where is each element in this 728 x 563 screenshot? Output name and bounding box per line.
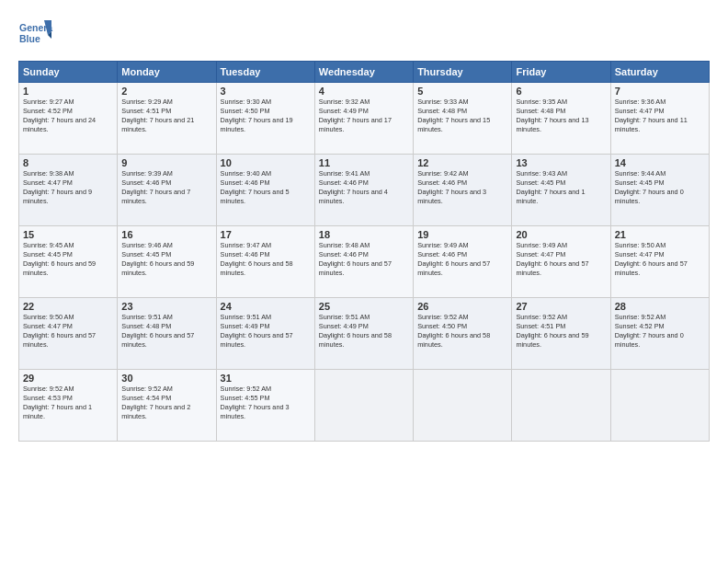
- cell-info: Sunrise: 9:51 AMSunset: 4:49 PMDaylight:…: [221, 313, 293, 349]
- calendar-cell: 8 Sunrise: 9:38 AMSunset: 4:47 PMDayligh…: [19, 155, 118, 226]
- cell-info: Sunrise: 9:50 AMSunset: 4:47 PMDaylight:…: [615, 241, 688, 277]
- cell-info: Sunrise: 9:27 AMSunset: 4:52 PMDaylight:…: [23, 98, 96, 133]
- cell-info: Sunrise: 9:38 AMSunset: 4:47 PMDaylight:…: [23, 169, 92, 205]
- day-number: 5: [417, 86, 507, 97]
- calendar-cell: 5 Sunrise: 9:33 AMSunset: 4:48 PMDayligh…: [414, 83, 512, 155]
- header-cell-tuesday: Tuesday: [216, 62, 314, 83]
- calendar-cell: [314, 370, 413, 442]
- day-number: 26: [417, 301, 507, 312]
- week-row-1: 1 Sunrise: 9:27 AMSunset: 4:52 PMDayligh…: [19, 83, 710, 155]
- calendar-cell: 1 Sunrise: 9:27 AMSunset: 4:52 PMDayligh…: [19, 83, 118, 155]
- svg-text:Blue: Blue: [19, 33, 40, 44]
- header-cell-monday: Monday: [118, 62, 216, 83]
- calendar-cell: 27 Sunrise: 9:52 AMSunset: 4:51 PMDaylig…: [512, 298, 610, 370]
- calendar-cell: [610, 370, 709, 442]
- day-number: 9: [121, 157, 211, 168]
- calendar-cell: 15 Sunrise: 9:45 AMSunset: 4:45 PMDaylig…: [19, 226, 118, 298]
- cell-info: Sunrise: 9:30 AMSunset: 4:50 PMDaylight:…: [221, 98, 293, 133]
- cell-info: Sunrise: 9:39 AMSunset: 4:46 PMDaylight:…: [121, 169, 190, 205]
- day-number: 19: [417, 229, 507, 240]
- calendar-cell: 11 Sunrise: 9:41 AMSunset: 4:46 PMDaylig…: [314, 155, 413, 226]
- cell-info: Sunrise: 9:47 AMSunset: 4:46 PMDaylight:…: [221, 241, 293, 277]
- cell-info: Sunrise: 9:35 AMSunset: 4:48 PMDaylight:…: [516, 98, 588, 133]
- calendar-cell: 19 Sunrise: 9:49 AMSunset: 4:46 PMDaylig…: [414, 226, 512, 298]
- header-cell-sunday: Sunday: [19, 62, 118, 83]
- day-number: 21: [615, 229, 705, 240]
- day-number: 17: [221, 229, 311, 240]
- calendar-cell: 17 Sunrise: 9:47 AMSunset: 4:46 PMDaylig…: [216, 226, 314, 298]
- cell-info: Sunrise: 9:52 AMSunset: 4:55 PMDaylight:…: [221, 385, 290, 420]
- day-number: 28: [615, 301, 705, 312]
- cell-info: Sunrise: 9:52 AMSunset: 4:51 PMDaylight:…: [516, 313, 588, 349]
- calendar-cell: 2 Sunrise: 9:29 AMSunset: 4:51 PMDayligh…: [118, 83, 216, 155]
- day-number: 25: [319, 301, 409, 312]
- calendar-cell: 10 Sunrise: 9:40 AMSunset: 4:46 PMDaylig…: [216, 155, 314, 226]
- cell-info: Sunrise: 9:29 AMSunset: 4:51 PMDaylight:…: [121, 98, 194, 133]
- calendar-table: SundayMondayTuesdayWednesdayThursdayFrid…: [18, 61, 710, 442]
- calendar-cell: 23 Sunrise: 9:51 AMSunset: 4:48 PMDaylig…: [118, 298, 216, 370]
- cell-info: Sunrise: 9:48 AMSunset: 4:46 PMDaylight:…: [319, 241, 392, 277]
- cell-info: Sunrise: 9:46 AMSunset: 4:45 PMDaylight:…: [121, 241, 194, 277]
- day-number: 31: [221, 373, 311, 384]
- day-number: 14: [615, 157, 705, 168]
- cell-info: Sunrise: 9:51 AMSunset: 4:49 PMDaylight:…: [319, 313, 392, 349]
- day-number: 23: [121, 301, 211, 312]
- day-number: 3: [221, 86, 311, 97]
- calendar-cell: 4 Sunrise: 9:32 AMSunset: 4:49 PMDayligh…: [314, 83, 413, 155]
- calendar-cell: [512, 370, 610, 442]
- day-number: 1: [23, 86, 113, 97]
- header-cell-thursday: Thursday: [414, 62, 512, 83]
- day-number: 30: [121, 373, 211, 384]
- calendar-cell: 7 Sunrise: 9:36 AMSunset: 4:47 PMDayligh…: [610, 83, 709, 155]
- week-row-2: 8 Sunrise: 9:38 AMSunset: 4:47 PMDayligh…: [19, 155, 710, 226]
- day-number: 11: [319, 157, 409, 168]
- calendar-cell: 26 Sunrise: 9:52 AMSunset: 4:50 PMDaylig…: [414, 298, 512, 370]
- calendar-cell: 6 Sunrise: 9:35 AMSunset: 4:48 PMDayligh…: [512, 83, 610, 155]
- cell-info: Sunrise: 9:44 AMSunset: 4:45 PMDaylight:…: [615, 169, 684, 205]
- cell-info: Sunrise: 9:52 AMSunset: 4:52 PMDaylight:…: [615, 313, 684, 349]
- cell-info: Sunrise: 9:49 AMSunset: 4:46 PMDaylight:…: [417, 241, 490, 277]
- calendar-cell: [414, 370, 512, 442]
- header-cell-wednesday: Wednesday: [314, 62, 413, 83]
- logo-svg: General Blue: [18, 17, 53, 52]
- day-number: 6: [516, 86, 606, 97]
- cell-info: Sunrise: 9:51 AMSunset: 4:48 PMDaylight:…: [121, 313, 194, 349]
- calendar-cell: 3 Sunrise: 9:30 AMSunset: 4:50 PMDayligh…: [216, 83, 314, 155]
- logo: General Blue: [18, 17, 53, 52]
- header-cell-friday: Friday: [512, 62, 610, 83]
- cell-info: Sunrise: 9:32 AMSunset: 4:49 PMDaylight:…: [319, 98, 392, 133]
- calendar-header-row: SundayMondayTuesdayWednesdayThursdayFrid…: [19, 62, 710, 83]
- day-number: 4: [319, 86, 409, 97]
- calendar-cell: 16 Sunrise: 9:46 AMSunset: 4:45 PMDaylig…: [118, 226, 216, 298]
- cell-info: Sunrise: 9:49 AMSunset: 4:47 PMDaylight:…: [516, 241, 588, 277]
- day-number: 10: [221, 157, 311, 168]
- calendar-cell: 30 Sunrise: 9:52 AMSunset: 4:54 PMDaylig…: [118, 370, 216, 442]
- calendar-cell: 14 Sunrise: 9:44 AMSunset: 4:45 PMDaylig…: [610, 155, 709, 226]
- header-cell-saturday: Saturday: [610, 62, 709, 83]
- calendar-cell: 25 Sunrise: 9:51 AMSunset: 4:49 PMDaylig…: [314, 298, 413, 370]
- day-number: 13: [516, 157, 606, 168]
- day-number: 7: [615, 86, 705, 97]
- calendar-cell: 20 Sunrise: 9:49 AMSunset: 4:47 PMDaylig…: [512, 226, 610, 298]
- cell-info: Sunrise: 9:52 AMSunset: 4:50 PMDaylight:…: [417, 313, 490, 349]
- calendar-cell: 9 Sunrise: 9:39 AMSunset: 4:46 PMDayligh…: [118, 155, 216, 226]
- calendar-cell: 29 Sunrise: 9:52 AMSunset: 4:53 PMDaylig…: [19, 370, 118, 442]
- calendar-cell: 22 Sunrise: 9:50 AMSunset: 4:47 PMDaylig…: [19, 298, 118, 370]
- day-number: 27: [516, 301, 606, 312]
- cell-info: Sunrise: 9:36 AMSunset: 4:47 PMDaylight:…: [615, 98, 688, 133]
- cell-info: Sunrise: 9:43 AMSunset: 4:45 PMDaylight:…: [516, 169, 585, 205]
- day-number: 22: [23, 301, 113, 312]
- day-number: 12: [417, 157, 507, 168]
- calendar-page: General Blue SundayMondayTuesdayWednesda…: [0, 0, 728, 563]
- day-number: 2: [121, 86, 211, 97]
- calendar-cell: 12 Sunrise: 9:42 AMSunset: 4:46 PMDaylig…: [414, 155, 512, 226]
- cell-info: Sunrise: 9:33 AMSunset: 4:48 PMDaylight:…: [417, 98, 490, 133]
- day-number: 15: [23, 229, 113, 240]
- day-number: 24: [221, 301, 311, 312]
- day-number: 18: [319, 229, 409, 240]
- cell-info: Sunrise: 9:52 AMSunset: 4:53 PMDaylight:…: [23, 385, 92, 420]
- cell-info: Sunrise: 9:50 AMSunset: 4:47 PMDaylight:…: [23, 313, 96, 349]
- calendar-body: 1 Sunrise: 9:27 AMSunset: 4:52 PMDayligh…: [19, 83, 710, 442]
- cell-info: Sunrise: 9:42 AMSunset: 4:46 PMDaylight:…: [417, 169, 486, 205]
- cell-info: Sunrise: 9:41 AMSunset: 4:46 PMDaylight:…: [319, 169, 388, 205]
